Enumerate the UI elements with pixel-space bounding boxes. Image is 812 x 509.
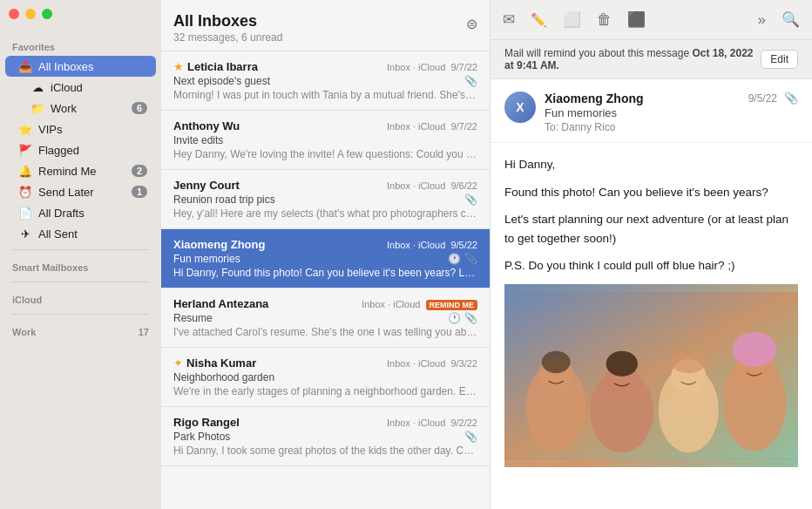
sidebar-item-label: Remind Me	[38, 165, 132, 178]
email-header: X Xiaomeng Zhong 9/5/22 📎 Fun memories T…	[491, 79, 812, 143]
archive-icon[interactable]: ⬜	[563, 10, 581, 29]
email-date: Inbox · iCloud 9/7/22	[387, 121, 477, 132]
reminder-text: Mail will remind you about this message …	[504, 47, 761, 71]
email-subject: Neighborhood garden	[173, 371, 477, 383]
email-body: Hi Danny, Found this photo! Can you beli…	[491, 143, 812, 509]
email-date: Inbox · iCloud 9/6/22	[387, 180, 477, 191]
email-sender: Leticia Ibarra	[187, 60, 380, 73]
remind-me-badge: REMIND ME	[426, 300, 478, 310]
star-icon: ★	[173, 60, 184, 73]
email-list-header: All Inboxes 32 messages, 6 unread ⊜	[161, 0, 490, 51]
reading-pane: ✉ ✏️ ⬜ 🗑 ⬛ » 🔍 Mail will remind you abou…	[491, 0, 812, 509]
email-sender: Anthony Wu	[173, 119, 380, 132]
remind-icon: 🔔	[17, 163, 33, 179]
reply-icon[interactable]: ✉	[503, 10, 515, 29]
inbox-title: All Inboxes	[173, 12, 282, 31]
sent-icon: ✈	[17, 226, 33, 241]
email-item[interactable]: Herland Antezana Inbox · iCloud REMIND M…	[161, 288, 490, 348]
email-date: Inbox · iCloud 9/5/22	[387, 240, 477, 250]
email-subject: Fun memories	[173, 253, 443, 265]
attachment-icon: 📎	[464, 431, 477, 443]
more-icon[interactable]: »	[758, 11, 766, 29]
search-icon[interactable]: 🔍	[782, 10, 800, 29]
sidebar-item-label: Work	[51, 102, 132, 115]
trash-icon[interactable]: 🗑	[597, 11, 612, 29]
sidebar-item-all-inboxes[interactable]: 📥 All Inboxes	[5, 56, 156, 77]
vips-icon: ⭐	[17, 121, 33, 137]
email-date: 9/5/22	[748, 92, 777, 105]
all-inboxes-icon: 📥	[17, 58, 33, 74]
email-list-scroll: ★ Leticia Ibarra Inbox · iCloud 9/7/22 N…	[161, 51, 490, 509]
drafts-icon: 📄	[17, 205, 33, 221]
divider	[12, 314, 149, 315]
filter-icon[interactable]: ⊜	[466, 16, 477, 32]
work-section-title: Work 17	[0, 320, 161, 341]
reminder-bar: Mail will remind you about this message …	[491, 40, 812, 79]
sidebar-item-remind-me[interactable]: 🔔 Remind Me 2	[5, 160, 156, 181]
email-preview: Hi Danny, Found this photo! Can you beli…	[173, 267, 477, 279]
attachment-icon: 📎	[464, 75, 477, 87]
work-section-badge: 17	[139, 327, 149, 337]
attachment-icon: 📎	[464, 253, 477, 265]
email-list-panel: All Inboxes 32 messages, 6 unread ⊜ ★ Le…	[161, 0, 491, 509]
email-item[interactable]: Anthony Wu Inbox · iCloud 9/7/22 Invite …	[161, 111, 490, 170]
email-item-selected[interactable]: Xiaomeng Zhong Inbox · iCloud 9/5/22 Fun…	[161, 229, 490, 288]
sidebar-item-icloud[interactable]: ☁ iCloud	[5, 77, 156, 98]
clock-icon: 🕐	[448, 253, 461, 265]
sidebar-item-all-sent[interactable]: ✈ All Sent	[5, 223, 156, 244]
email-preview: Morning! I was put in touch with Tania b…	[173, 89, 477, 101]
email-sender: Jenny Court	[173, 179, 380, 192]
sidebar-item-label: All Inboxes	[38, 60, 147, 73]
body-line1: Hi Danny,	[504, 155, 798, 174]
sidebar-item-label: Flagged	[38, 144, 147, 157]
sidebar-item-vips[interactable]: ⭐ VIPs	[5, 119, 156, 139]
sidebar-item-label: All Drafts	[38, 207, 147, 220]
email-photo	[504, 284, 798, 467]
work-icon: 📁	[30, 100, 45, 116]
email-sender: Herland Antezana	[173, 297, 355, 310]
svg-point-13	[732, 332, 776, 367]
move-icon[interactable]: ⬛	[627, 10, 646, 29]
email-date: Inbox · iCloud 9/3/22	[387, 358, 477, 369]
body-line4: P.S. Do you think I could pull off blue …	[504, 256, 798, 275]
email-item[interactable]: Rigo Rangel Inbox · iCloud 9/2/22 Park P…	[161, 407, 490, 466]
email-subject: Invite edits	[173, 134, 477, 146]
sidebar-item-label: All Sent	[38, 227, 147, 241]
sidebar-item-work[interactable]: 📁 Work 6	[5, 98, 156, 119]
reading-toolbar: ✉ ✏️ ⬜ 🗑 ⬛ » 🔍	[491, 0, 812, 40]
attachment-icon: 📎	[464, 193, 477, 206]
email-item[interactable]: Jenny Court Inbox · iCloud 9/6/22 Reunio…	[161, 170, 490, 229]
close-button[interactable]	[9, 9, 19, 19]
compose-icon[interactable]: ✏️	[531, 12, 547, 28]
remind-me-badge: 2	[132, 165, 147, 177]
favorites-section-title: Favorites	[0, 35, 161, 56]
svg-point-10	[671, 351, 706, 374]
email-sender: Xiaomeng Zhong	[173, 238, 380, 251]
email-date: Inbox · iCloud 9/7/22	[387, 62, 477, 72]
svg-point-7	[606, 351, 638, 377]
edit-button[interactable]: Edit	[761, 50, 798, 69]
send-later-icon: ⏰	[17, 184, 33, 200]
email-preview: We're in the early stages of planning a …	[173, 385, 477, 397]
maximize-button[interactable]	[42, 9, 52, 19]
avatar: X	[504, 92, 536, 123]
work-badge: 6	[132, 102, 147, 114]
attachment-icon: 📎	[464, 312, 477, 324]
email-preview: Hey, y'all! Here are my selects (that's …	[173, 207, 477, 220]
minimize-button[interactable]	[25, 9, 36, 19]
email-sender: Rigo Rangel	[173, 416, 380, 429]
email-subject-line: Fun memories	[545, 106, 798, 119]
icloud-icon: ☁	[30, 79, 45, 95]
divider	[12, 282, 149, 282]
sidebar-item-send-later[interactable]: ⏰ Send Later 1	[5, 181, 156, 202]
email-item[interactable]: ✦ Nisha Kumar Inbox · iCloud 9/3/22 Neig…	[161, 348, 490, 407]
sidebar-item-flagged[interactable]: 🚩 Flagged	[5, 139, 156, 160]
email-subject: Resume	[173, 312, 443, 324]
email-item[interactable]: ★ Leticia Ibarra Inbox · iCloud 9/7/22 N…	[161, 51, 490, 111]
email-preview: Hi Danny, I took some great photos of th…	[173, 445, 477, 457]
send-later-badge: 1	[132, 186, 147, 198]
email-subject: Park Photos	[173, 431, 464, 443]
sidebar-item-all-drafts[interactable]: 📄 All Drafts	[5, 202, 156, 223]
sidebar: Favorites 📥 All Inboxes ☁ iCloud 📁 Work …	[0, 0, 161, 509]
attachment-icon: 📎	[784, 92, 798, 105]
